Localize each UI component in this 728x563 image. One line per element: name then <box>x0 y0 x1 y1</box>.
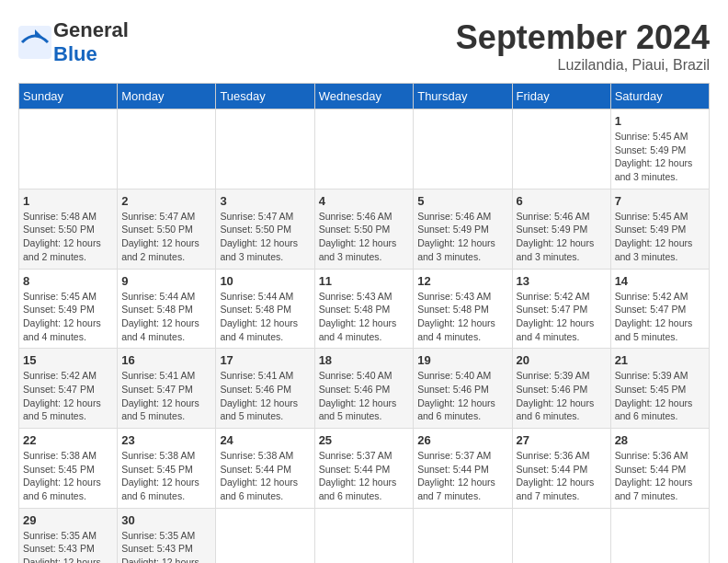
calendar-cell <box>118 109 216 190</box>
calendar-week-row: 22Sunrise: 5:38 AMSunset: 5:45 PMDayligh… <box>19 429 710 509</box>
calendar-cell <box>414 109 512 190</box>
calendar-cell <box>19 109 118 190</box>
calendar-cell: 5Sunrise: 5:46 AMSunset: 5:49 PMDaylight… <box>414 189 512 269</box>
page-header: General Blue September 2024 Luzilandia, … <box>18 18 710 74</box>
calendar-cell <box>314 508 414 563</box>
calendar-cell: 4Sunrise: 5:46 AMSunset: 5:50 PMDaylight… <box>314 189 414 269</box>
calendar-cell: 23Sunrise: 5:38 AMSunset: 5:45 PMDayligh… <box>118 429 216 509</box>
calendar-cell: 30Sunrise: 5:35 AMSunset: 5:43 PMDayligh… <box>118 508 216 563</box>
calendar-cell: 25Sunrise: 5:37 AMSunset: 5:44 PMDayligh… <box>314 429 414 509</box>
day-info: Sunrise: 5:46 AMSunset: 5:49 PMDaylight:… <box>417 210 507 264</box>
calendar-cell: 24Sunrise: 5:38 AMSunset: 5:44 PMDayligh… <box>216 429 314 509</box>
day-number: 13 <box>517 274 607 288</box>
calendar-cell: 21Sunrise: 5:39 AMSunset: 5:45 PMDayligh… <box>610 349 709 429</box>
day-info: Sunrise: 5:40 AMSunset: 5:46 PMDaylight:… <box>417 369 507 423</box>
day-number: 22 <box>23 433 113 447</box>
calendar-cell: 22Sunrise: 5:38 AMSunset: 5:45 PMDayligh… <box>19 429 118 509</box>
day-number: 29 <box>23 513 113 527</box>
header-wednesday: Wednesday <box>314 84 414 109</box>
day-info: Sunrise: 5:35 AMSunset: 5:43 PMDaylight:… <box>121 529 211 563</box>
calendar-cell <box>216 109 314 190</box>
day-info: Sunrise: 5:35 AMSunset: 5:43 PMDaylight:… <box>23 529 113 563</box>
calendar-cell: 13Sunrise: 5:42 AMSunset: 5:47 PMDayligh… <box>512 269 610 349</box>
day-number: 21 <box>615 353 705 367</box>
day-number: 10 <box>220 274 310 288</box>
day-number: 27 <box>517 433 607 447</box>
day-info: Sunrise: 5:47 AMSunset: 5:50 PMDaylight:… <box>121 210 211 264</box>
day-number: 9 <box>121 274 211 288</box>
calendar-table: SundayMondayTuesdayWednesdayThursdayFrid… <box>18 83 710 563</box>
calendar-cell: 15Sunrise: 5:42 AMSunset: 5:47 PMDayligh… <box>19 349 118 429</box>
title-area: September 2024 Luzilandia, Piaui, Brazil <box>456 18 710 74</box>
day-info: Sunrise: 5:45 AMSunset: 5:49 PMDaylight:… <box>23 290 113 344</box>
calendar-header-row: SundayMondayTuesdayWednesdayThursdayFrid… <box>19 84 710 109</box>
day-number: 20 <box>517 353 607 367</box>
day-info: Sunrise: 5:39 AMSunset: 5:45 PMDaylight:… <box>615 369 705 423</box>
day-info: Sunrise: 5:40 AMSunset: 5:46 PMDaylight:… <box>319 369 410 423</box>
day-number: 8 <box>23 274 113 288</box>
calendar-week-row: 8Sunrise: 5:45 AMSunset: 5:49 PMDaylight… <box>19 269 710 349</box>
day-info: Sunrise: 5:43 AMSunset: 5:48 PMDaylight:… <box>319 290 410 344</box>
day-info: Sunrise: 5:44 AMSunset: 5:48 PMDaylight:… <box>220 290 310 344</box>
day-info: Sunrise: 5:39 AMSunset: 5:46 PMDaylight:… <box>517 369 607 423</box>
logo: General Blue <box>18 18 129 66</box>
calendar-cell: 9Sunrise: 5:44 AMSunset: 5:48 PMDaylight… <box>118 269 216 349</box>
day-info: Sunrise: 5:42 AMSunset: 5:47 PMDaylight:… <box>517 290 607 344</box>
calendar-cell <box>512 508 610 563</box>
calendar-week-row: 15Sunrise: 5:42 AMSunset: 5:47 PMDayligh… <box>19 349 710 429</box>
day-number: 18 <box>319 353 410 367</box>
day-number: 4 <box>319 194 410 208</box>
day-info: Sunrise: 5:42 AMSunset: 5:47 PMDaylight:… <box>23 369 113 423</box>
day-number: 28 <box>615 433 705 447</box>
day-info: Sunrise: 5:47 AMSunset: 5:50 PMDaylight:… <box>220 210 310 264</box>
logo-icon <box>18 26 51 59</box>
day-number: 24 <box>220 433 310 447</box>
calendar-cell: 17Sunrise: 5:41 AMSunset: 5:46 PMDayligh… <box>216 349 314 429</box>
day-number: 26 <box>417 433 507 447</box>
calendar-cell: 26Sunrise: 5:37 AMSunset: 5:44 PMDayligh… <box>414 429 512 509</box>
day-number: 1 <box>615 114 705 128</box>
header-thursday: Thursday <box>414 84 512 109</box>
calendar-cell: 6Sunrise: 5:46 AMSunset: 5:49 PMDaylight… <box>512 189 610 269</box>
day-number: 16 <box>121 353 211 367</box>
month-year-title: September 2024 <box>456 18 710 57</box>
calendar-cell <box>414 508 512 563</box>
calendar-cell: 14Sunrise: 5:42 AMSunset: 5:47 PMDayligh… <box>610 269 709 349</box>
day-info: Sunrise: 5:37 AMSunset: 5:44 PMDaylight:… <box>417 449 507 503</box>
day-info: Sunrise: 5:36 AMSunset: 5:44 PMDaylight:… <box>517 449 607 503</box>
calendar-cell: 11Sunrise: 5:43 AMSunset: 5:48 PMDayligh… <box>314 269 414 349</box>
calendar-cell <box>512 109 610 190</box>
header-friday: Friday <box>512 84 610 109</box>
calendar-cell: 7Sunrise: 5:45 AMSunset: 5:49 PMDaylight… <box>610 189 709 269</box>
day-number: 1 <box>23 194 113 208</box>
day-number: 23 <box>121 433 211 447</box>
day-info: Sunrise: 5:42 AMSunset: 5:47 PMDaylight:… <box>615 290 705 344</box>
calendar-cell: 28Sunrise: 5:36 AMSunset: 5:44 PMDayligh… <box>610 429 709 509</box>
day-info: Sunrise: 5:44 AMSunset: 5:48 PMDaylight:… <box>121 290 211 344</box>
day-info: Sunrise: 5:38 AMSunset: 5:44 PMDaylight:… <box>220 449 310 503</box>
calendar-cell: 3Sunrise: 5:47 AMSunset: 5:50 PMDaylight… <box>216 189 314 269</box>
calendar-cell: 16Sunrise: 5:41 AMSunset: 5:47 PMDayligh… <box>118 349 216 429</box>
day-number: 3 <box>220 194 310 208</box>
calendar-cell <box>610 508 709 563</box>
calendar-cell <box>314 109 414 190</box>
calendar-cell: 12Sunrise: 5:43 AMSunset: 5:48 PMDayligh… <box>414 269 512 349</box>
day-info: Sunrise: 5:45 AMSunset: 5:49 PMDaylight:… <box>615 130 705 184</box>
day-number: 17 <box>220 353 310 367</box>
day-number: 2 <box>121 194 211 208</box>
day-info: Sunrise: 5:37 AMSunset: 5:44 PMDaylight:… <box>319 449 410 503</box>
calendar-cell: 29Sunrise: 5:35 AMSunset: 5:43 PMDayligh… <box>19 508 118 563</box>
day-number: 5 <box>417 194 507 208</box>
calendar-cell: 27Sunrise: 5:36 AMSunset: 5:44 PMDayligh… <box>512 429 610 509</box>
day-info: Sunrise: 5:46 AMSunset: 5:49 PMDaylight:… <box>517 210 607 264</box>
logo-blue-text: Blue <box>53 42 97 65</box>
day-info: Sunrise: 5:38 AMSunset: 5:45 PMDaylight:… <box>121 449 211 503</box>
header-sunday: Sunday <box>19 84 118 109</box>
calendar-week-row: 29Sunrise: 5:35 AMSunset: 5:43 PMDayligh… <box>19 508 710 563</box>
day-number: 7 <box>615 194 705 208</box>
calendar-cell: 19Sunrise: 5:40 AMSunset: 5:46 PMDayligh… <box>414 349 512 429</box>
calendar-cell: 20Sunrise: 5:39 AMSunset: 5:46 PMDayligh… <box>512 349 610 429</box>
day-number: 15 <box>23 353 113 367</box>
day-info: Sunrise: 5:36 AMSunset: 5:44 PMDaylight:… <box>615 449 705 503</box>
header-saturday: Saturday <box>610 84 709 109</box>
